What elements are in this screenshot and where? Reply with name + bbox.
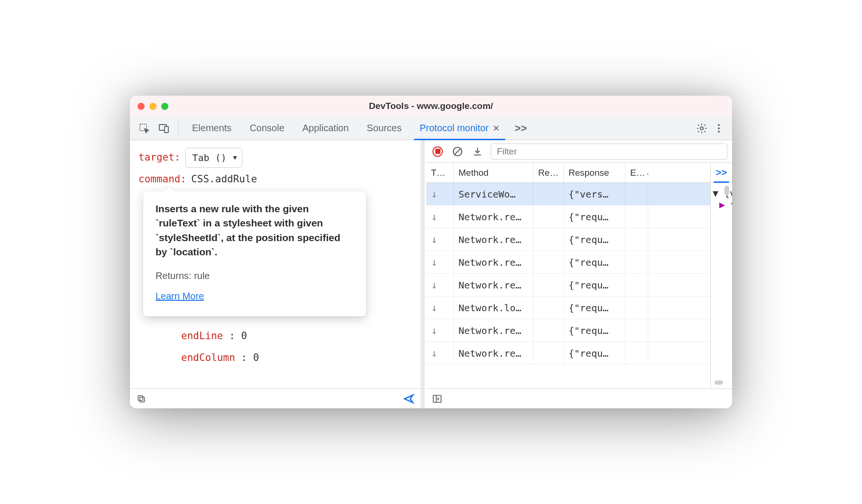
cell-response: {"requ… (564, 297, 625, 319)
cell-method: Network.re… (454, 274, 533, 296)
col-method[interactable]: Method (454, 163, 533, 182)
copy-icon[interactable] (137, 394, 146, 404)
cell-dir: ↓ (426, 183, 454, 205)
svg-rect-8 (138, 396, 143, 400)
col-request[interactable]: Re… (533, 163, 564, 182)
cell-method: Network.re… (454, 319, 533, 342)
cell-method: ServiceWo… (454, 183, 533, 205)
tab-label: Console (249, 123, 284, 134)
tab-protocol-monitor[interactable]: Protocol monitor ✕ (412, 117, 507, 140)
window-title: DevTools - www.google.com/ (130, 101, 732, 111)
cell-response: {"requ… (564, 251, 625, 273)
table-row[interactable]: ↓Network.re…{"requ… (426, 206, 710, 228)
cell-method: Network.lo… (454, 297, 533, 319)
cell-response: {"vers… (564, 183, 625, 205)
minimize-window-button[interactable] (149, 103, 156, 110)
close-icon[interactable]: ✕ (493, 123, 500, 134)
tab-application[interactable]: Application (295, 117, 357, 140)
command-editor[interactable]: target: Tab () ▼ command: CSS.addRule In… (130, 140, 421, 388)
kebab-menu-icon[interactable] (714, 123, 724, 134)
settings-icon[interactable] (696, 123, 707, 134)
tree-node[interactable]: ▶ ver (713, 199, 730, 210)
detail-more-tabs[interactable]: >> (711, 163, 732, 183)
tab-elements[interactable]: Elements (184, 117, 239, 140)
main-tabbar: Elements Console Application Sources Pro… (130, 117, 732, 140)
svg-rect-2 (165, 126, 168, 133)
chevron-down-icon: ▼ (233, 152, 237, 163)
scrollbar-thumb-h[interactable] (715, 380, 723, 385)
tooltip-description: Inserts a new rule with the given `ruleT… (156, 202, 354, 260)
cell-dir: ↓ (426, 251, 454, 273)
param-row[interactable]: endLine : 0 (181, 325, 259, 347)
cell-request (533, 274, 564, 296)
cell-dir: ↓ (426, 342, 454, 364)
editor-footer (130, 388, 421, 408)
close-window-button[interactable] (138, 103, 145, 110)
pane-splitter[interactable] (422, 140, 426, 408)
clear-icon[interactable] (451, 145, 464, 158)
col-elapsed[interactable]: E…▲ (625, 163, 648, 182)
target-select[interactable]: Tab () ▼ (185, 148, 242, 168)
cell-method: Network.re… (454, 228, 533, 251)
learn-more-link[interactable]: Learn More (156, 291, 204, 301)
cell-dir: ↓ (426, 319, 454, 342)
col-type[interactable]: T… (426, 163, 454, 182)
cell-response: {"requ… (564, 342, 625, 364)
tab-console[interactable]: Console (242, 117, 292, 140)
tab-sources[interactable]: Sources (359, 117, 409, 140)
tooltip-returns: Returns: rule (156, 267, 354, 284)
params-block: endLine : 0 endColumn : 0 (181, 325, 259, 369)
command-tooltip: Inserts a new rule with the given `ruleT… (143, 191, 366, 316)
download-icon[interactable] (471, 145, 484, 158)
tab-label: Protocol monitor (420, 123, 489, 134)
cell-method: Network.re… (454, 206, 533, 228)
divider (178, 121, 179, 135)
command-label: command: (138, 171, 186, 189)
param-row[interactable]: endColumn : 0 (181, 347, 259, 369)
tab-label: Application (303, 123, 349, 134)
svg-point-6 (718, 131, 720, 133)
cell-response: {"requ… (564, 228, 625, 251)
filter-input[interactable] (491, 144, 727, 160)
cell-response: {"requ… (564, 206, 625, 228)
detail-pane: >> ▼ {vers ▶ ver (710, 163, 732, 388)
traffic-lights (138, 103, 168, 110)
command-editor-pane: target: Tab () ▼ command: CSS.addRule In… (130, 140, 422, 408)
cell-elapsed (625, 251, 648, 273)
svg-point-5 (718, 127, 720, 129)
device-toggle-icon[interactable] (156, 117, 173, 140)
command-value[interactable]: CSS.addRule (191, 171, 257, 189)
cell-elapsed (625, 206, 648, 228)
log-table: T… Method Re… Response E…▲ ↓ServiceWo…{"… (426, 163, 710, 388)
cell-response: {"requ… (564, 319, 625, 342)
cell-elapsed (625, 228, 648, 251)
inspect-element-icon[interactable] (136, 117, 153, 140)
table-row[interactable]: ↓Network.re…{"requ… (426, 342, 710, 365)
toggle-sidebar-icon[interactable] (432, 394, 442, 404)
table-row[interactable]: ↓Network.re…{"requ… (426, 274, 710, 297)
chevrons-icon: >> (515, 122, 527, 135)
record-button[interactable] (431, 145, 444, 158)
more-tabs-button[interactable]: >> (510, 117, 532, 140)
zoom-window-button[interactable] (161, 103, 168, 110)
col-response[interactable]: Response (564, 163, 625, 182)
cell-elapsed (625, 342, 648, 364)
cell-request (533, 342, 564, 364)
target-label: target: (138, 149, 181, 167)
table-row[interactable]: ↓ServiceWo…{"vers… (426, 183, 710, 206)
log-toolbar (426, 140, 732, 163)
table-row[interactable]: ↓Network.re…{"requ… (426, 251, 710, 274)
tab-label: Elements (192, 123, 231, 134)
chevrons-icon: >> (716, 167, 727, 178)
table-row[interactable]: ↓Network.lo…{"requ… (426, 297, 710, 319)
cell-response: {"requ… (564, 274, 625, 296)
send-button[interactable] (403, 393, 414, 405)
scrollbar-thumb[interactable] (724, 186, 729, 195)
svg-point-3 (700, 127, 703, 130)
cell-method: Network.re… (454, 251, 533, 273)
table-row[interactable]: ↓Network.re…{"requ… (426, 319, 710, 342)
cell-dir: ↓ (426, 206, 454, 228)
table-row[interactable]: ↓Network.re…{"requ… (426, 228, 710, 251)
cell-dir: ↓ (426, 274, 454, 296)
cell-request (533, 297, 564, 319)
